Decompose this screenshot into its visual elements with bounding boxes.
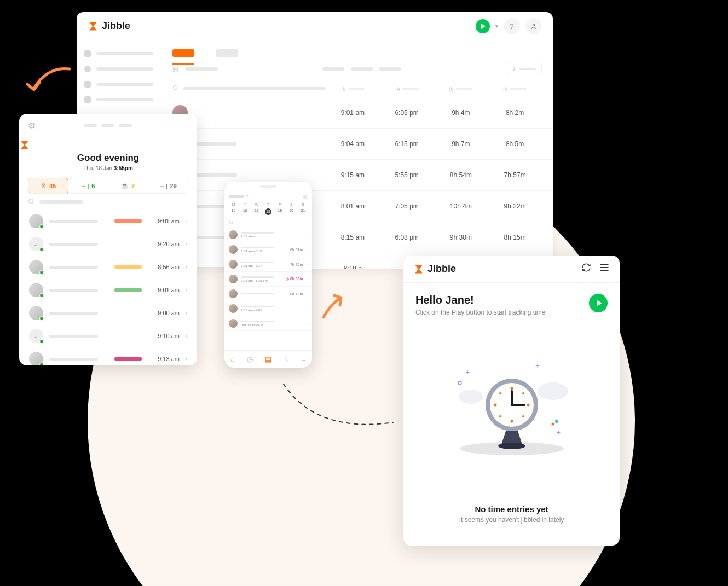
logo: Jibble <box>413 263 456 275</box>
tab-in[interactable]: 45 <box>28 178 68 194</box>
break-icon: ☕ <box>121 182 129 189</box>
clock-illustration: + + + <box>403 316 620 504</box>
tab-break[interactable]: ☕ 2 <box>108 178 148 193</box>
list-item[interactable]: 9:04 am - 6:15 pm ◷ 8h 30m › <box>224 272 312 287</box>
search-icon[interactable] <box>172 85 179 92</box>
kiosk-app: ⚙ Good evening Thu, 18 Jan 3:55pm 45 →] … <box>19 114 197 365</box>
list-item[interactable]: 9:01 am - 4:01 › <box>224 301 312 316</box>
employee-row[interactable]: J9:20 am› <box>24 233 193 256</box>
time-in: 8:19 a <box>326 265 380 269</box>
table-row[interactable]: 8:01 am 7:05 pm 10h 4m 9h 22m <box>161 191 553 222</box>
list-item[interactable]: 9:05 am - 5:17 7h 30m › <box>224 257 312 272</box>
tabs <box>161 40 553 57</box>
svg-point-13 <box>522 392 524 394</box>
employee-row[interactable]: 9:13 am› <box>24 347 193 365</box>
table-row[interactable]: 9:01 am 6:05 pm 9h 4m 8h 2m <box>161 97 553 129</box>
shield-icon[interactable]: ♢ <box>284 355 290 363</box>
home-icon[interactable]: ⌂ <box>230 355 235 363</box>
search-input[interactable] <box>19 194 197 210</box>
table-header: ◷ ◷ ◷ ◷ <box>161 80 553 97</box>
employee-row[interactable]: 8:56 am› <box>24 256 193 279</box>
tracked: 8h 54m <box>434 171 488 179</box>
download-icon: ⤓ <box>512 66 516 72</box>
svg-point-3 <box>29 199 33 204</box>
tab-enter[interactable]: →] 6 <box>68 178 108 193</box>
datetime: Thu, 18 Jan 3:55pm <box>19 165 197 171</box>
avatar <box>29 306 43 320</box>
avatar <box>229 275 238 283</box>
sidebar-item[interactable] <box>84 50 153 57</box>
mobile-app: ▾ ▦ MTWTFSS 15161718192021 9:01 am - › 8… <box>224 182 312 368</box>
calendar-icon[interactable]: ▦ <box>303 194 308 199</box>
clock-icon: ◷ <box>503 86 508 92</box>
clock-time: 9:13 am <box>158 356 180 362</box>
logo-text: Jibble <box>102 20 130 32</box>
list-item[interactable]: 9:01 am - › <box>224 228 312 242</box>
activity-pill <box>114 219 142 223</box>
settings-button[interactable] <box>525 18 542 34</box>
empty-subtitle: It seems you haven't jibbled in lately <box>403 516 620 524</box>
empty-title: No time entries yet <box>403 504 620 514</box>
table-row[interactable]: 9:04 am 6:15 pm 9h 7m 8h 5m <box>161 129 553 160</box>
sidebar-item[interactable] <box>84 96 153 103</box>
avatar <box>229 230 238 239</box>
employee-row[interactable]: 9:01 am› <box>24 210 193 233</box>
sidebar-item[interactable] <box>84 81 153 88</box>
duration: 7h 30m <box>290 263 303 266</box>
gear-icon[interactable]: ⚙ <box>28 120 36 131</box>
svg-point-22 <box>555 420 558 423</box>
menu-icon[interactable]: ≡ <box>302 355 306 363</box>
filter-bar: ▦ ⤓ <box>161 57 553 80</box>
time-out: 6:08 pm <box>380 234 434 241</box>
play-button[interactable] <box>476 19 490 33</box>
refresh-icon[interactable] <box>581 263 591 275</box>
tab-active[interactable] <box>172 49 194 57</box>
avatar <box>29 283 43 297</box>
list-item[interactable]: 8:59 am - 6:10 8h 01m › <box>224 242 312 257</box>
chevron-down-icon[interactable]: ▾ <box>495 23 498 29</box>
tab[interactable] <box>216 49 238 57</box>
chevron-right-icon: › <box>185 355 187 363</box>
clock-time: 9:10 am <box>158 333 180 339</box>
list-item[interactable]: Did not clock in › <box>224 316 312 331</box>
time-out: 6:15 pm <box>380 140 434 148</box>
table-row[interactable]: 8:15 am 6:08 pm 9h 30m 8h 15m <box>161 222 553 253</box>
tracked: 9h 30m <box>434 234 488 241</box>
svg-point-15 <box>522 415 524 417</box>
hamburger-icon[interactable] <box>599 262 610 276</box>
browser-extension: Jibble Hello Jane! Click on the Play but… <box>403 256 620 546</box>
timer-icon[interactable]: ◷ <box>247 355 253 363</box>
svg-text:+: + <box>465 368 470 376</box>
chevron-right-icon: › <box>185 217 187 225</box>
exit-icon: ←] <box>159 183 167 189</box>
employee-row[interactable]: 9:01 am› <box>24 279 193 301</box>
tab-out[interactable]: ←] 29 <box>148 178 188 193</box>
date-picker[interactable]: ▾ ▦ <box>224 192 312 201</box>
search-input[interactable] <box>224 218 312 228</box>
sidebar-item[interactable] <box>84 66 153 72</box>
svg-point-24 <box>458 381 461 385</box>
table-row[interactable]: 9:15 am 5:55 pm 8h 54m 7h 57m <box>161 160 553 191</box>
time-out: 7:05 pm <box>380 202 434 210</box>
svg-point-1 <box>174 86 177 90</box>
employee-row[interactable]: 9:00 am› <box>24 301 193 324</box>
chevron-right-icon: › <box>185 332 187 340</box>
time-in: 9:15 am <box>326 171 380 179</box>
list-item[interactable]: 8h 12m › <box>224 287 312 301</box>
play-button[interactable] <box>589 294 608 312</box>
help-button[interactable]: ? <box>504 18 520 34</box>
svg-point-9 <box>510 387 513 390</box>
enter-icon: →] <box>80 183 89 189</box>
logo-icon <box>88 21 99 32</box>
employee-row[interactable]: J9:10 am› <box>24 324 193 347</box>
clock-time: 9:01 am <box>158 218 180 224</box>
avatar <box>229 245 238 254</box>
arrow-decoration <box>23 63 72 102</box>
calendar-icon[interactable]: ▦ <box>172 65 178 73</box>
svg-point-21 <box>551 423 554 426</box>
export-button[interactable]: ⤓ <box>506 63 542 74</box>
clock-icon: ◷ <box>395 86 400 92</box>
chevron-right-icon: › <box>306 247 308 252</box>
timesheet-icon[interactable]: ▤ <box>265 355 271 363</box>
svg-point-11 <box>494 404 496 407</box>
